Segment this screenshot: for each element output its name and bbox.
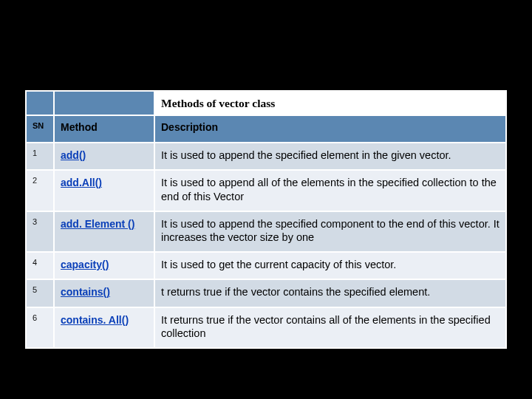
cell-sn: 4 [26, 252, 54, 280]
cell-method: contains() [54, 279, 154, 307]
cell-description: It is used to append the specified eleme… [154, 143, 506, 171]
header-method: Method [54, 115, 154, 143]
cell-method: contains. All() [54, 307, 154, 348]
table-row: 3 add. Element () It is used to append t… [26, 211, 506, 252]
title-row: Methods of vector class [26, 91, 506, 115]
cell-description: It returns true if the vector contains a… [154, 307, 506, 348]
cell-description: It is used to get the current capacity o… [154, 252, 506, 280]
cell-sn: 5 [26, 279, 54, 307]
table-row: 5 contains() t returns true if the vecto… [26, 279, 506, 307]
table-row: 4 capacity() It is used to get the curre… [26, 252, 506, 280]
cell-method: capacity() [54, 252, 154, 280]
cell-description: It is used to append all of the elements… [154, 170, 506, 211]
header-description: Description [154, 115, 506, 143]
methods-table-container: Methods of vector class SN Method Descri… [25, 90, 507, 349]
cell-sn: 3 [26, 211, 54, 252]
method-link[interactable]: capacity() [61, 259, 109, 270]
method-link[interactable]: add() [61, 149, 86, 161]
title-blank-1 [26, 91, 54, 115]
method-link[interactable]: add.All() [61, 177, 102, 188]
table-title: Methods of vector class [154, 91, 506, 115]
cell-method: add. Element () [54, 211, 154, 252]
cell-sn: 2 [26, 170, 54, 211]
cell-method: add() [54, 143, 154, 171]
cell-description: t returns true if the vector contains th… [154, 279, 506, 307]
cell-sn: 1 [26, 143, 54, 171]
table-row: 1 add() It is used to append the specifi… [26, 143, 506, 171]
table-row: 6 contains. All() It returns true if the… [26, 307, 506, 348]
method-link[interactable]: add. Element () [61, 218, 134, 230]
method-link[interactable]: contains. All() [61, 314, 129, 326]
slide: Methods of vector class SN Method Descri… [0, 0, 532, 399]
header-sn: SN [26, 115, 54, 143]
methods-table: Methods of vector class SN Method Descri… [25, 90, 507, 349]
method-link[interactable]: contains() [61, 286, 110, 298]
title-blank-2 [54, 91, 154, 115]
cell-method: add.All() [54, 170, 154, 211]
table-row: 2 add.All() It is used to append all of … [26, 170, 506, 211]
cell-sn: 6 [26, 307, 54, 348]
header-row: SN Method Description [26, 115, 506, 143]
cell-description: It is used to append the specified compo… [154, 211, 506, 252]
